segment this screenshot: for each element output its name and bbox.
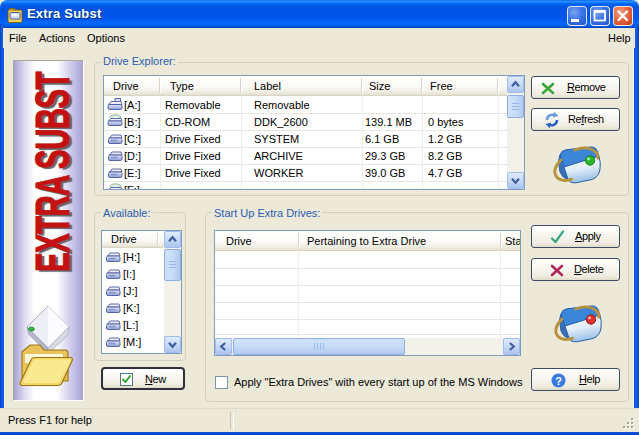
svg-text:?: ? (555, 375, 562, 387)
